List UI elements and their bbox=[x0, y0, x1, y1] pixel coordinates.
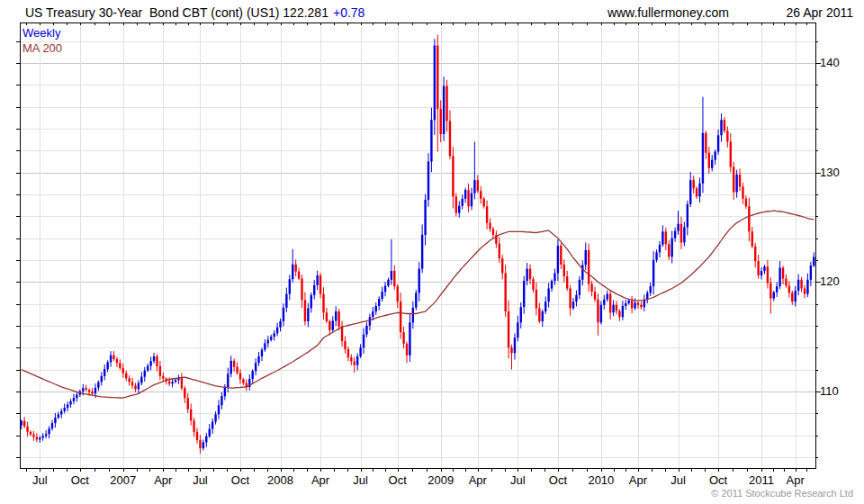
price-chart bbox=[0, 0, 864, 504]
weekly-candles bbox=[21, 34, 815, 454]
axis-ticks bbox=[16, 22, 821, 472]
y-axis-label: 140 bbox=[820, 56, 860, 69]
x-axis-label: Apr bbox=[311, 473, 329, 487]
gridlines bbox=[20, 22, 815, 468]
x-axis-label: Oct bbox=[71, 473, 89, 487]
x-axis-label: Jul bbox=[510, 473, 526, 487]
x-axis-label: 2009 bbox=[428, 473, 454, 487]
x-axis-label: Jul bbox=[670, 473, 686, 487]
x-axis-label: Oct bbox=[709, 473, 727, 487]
copyright-label: © 2011 Stockcube Research Ltd bbox=[711, 488, 853, 499]
y-axis-label: 130 bbox=[820, 166, 860, 179]
x-axis-label: Jul bbox=[193, 473, 208, 487]
x-axis-label: Oct bbox=[389, 473, 407, 487]
x-axis-label: Jul bbox=[353, 473, 368, 487]
y-axis-label: 110 bbox=[820, 384, 860, 398]
x-axis-label: Apr bbox=[469, 473, 487, 487]
x-axis-label: 2007 bbox=[110, 473, 136, 487]
x-axis-label: 2011 bbox=[749, 473, 774, 487]
x-axis-label: 2008 bbox=[267, 473, 293, 487]
plot-border bbox=[21, 23, 816, 469]
x-axis-label: Jul bbox=[32, 473, 48, 487]
y-axis-label: 120 bbox=[820, 274, 860, 288]
x-axis-label: Oct bbox=[549, 473, 567, 487]
x-axis-label: Apr bbox=[154, 473, 172, 487]
x-axis-label: Apr bbox=[629, 473, 647, 487]
x-axis-label: Oct bbox=[231, 473, 249, 487]
x-axis-label: Apr bbox=[787, 473, 805, 487]
x-axis-label: 2010 bbox=[588, 473, 614, 487]
